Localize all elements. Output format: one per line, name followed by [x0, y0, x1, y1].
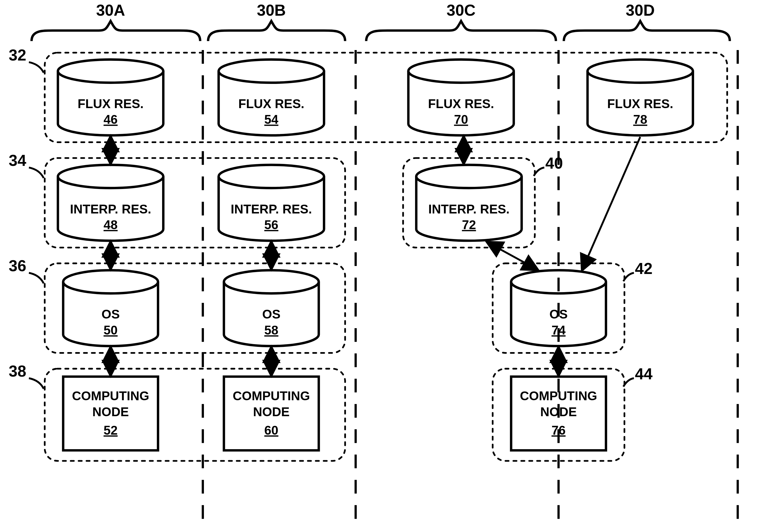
node-78-cyl: FLUX RES. 78	[588, 60, 693, 135]
svg-text:NODE: NODE	[253, 405, 290, 419]
svg-text:OS: OS	[262, 307, 281, 321]
svg-text:74: 74	[551, 323, 566, 337]
svg-text:FLUX RES.: FLUX RES.	[238, 96, 304, 111]
svg-text:38: 38	[9, 362, 26, 380]
svg-text:NODE: NODE	[92, 405, 129, 419]
svg-text:36: 36	[9, 257, 26, 275]
row-label-32: 32	[9, 46, 44, 72]
row-label-34: 34	[9, 152, 44, 178]
svg-point-20	[588, 60, 693, 82]
node-52-box: COMPUTING NODE 52	[63, 377, 158, 450]
svg-text:COMPUTING: COMPUTING	[72, 389, 149, 403]
svg-text:32: 32	[9, 46, 26, 64]
arrow-78-74	[582, 137, 641, 270]
col-a-header: 30A	[32, 1, 200, 41]
row-label-36: 36	[9, 257, 44, 283]
side-label-44: 44	[623, 365, 653, 387]
svg-point-35	[224, 270, 319, 293]
svg-text:30A: 30A	[96, 1, 125, 19]
svg-point-11	[58, 60, 163, 82]
svg-text:72: 72	[462, 217, 476, 232]
svg-text:34: 34	[9, 152, 26, 169]
row-label-38: 38	[9, 362, 44, 389]
svg-text:56: 56	[264, 217, 278, 232]
svg-text:NODE: NODE	[540, 405, 577, 419]
svg-text:INTERP. RES.: INTERP. RES.	[231, 202, 312, 216]
svg-text:INTERP. RES.: INTERP. RES.	[428, 202, 509, 216]
col-c-header: 30C	[366, 1, 556, 41]
node-60-box: COMPUTING NODE 60	[224, 377, 319, 450]
svg-text:48: 48	[103, 217, 117, 232]
svg-point-14	[219, 60, 324, 82]
svg-text:FLUX RES.: FLUX RES.	[428, 96, 494, 111]
svg-text:78: 78	[633, 112, 647, 127]
node-48-cyl: INTERP. RES. 48	[58, 165, 163, 241]
svg-text:OS: OS	[549, 307, 567, 321]
row-36-group	[45, 263, 345, 353]
svg-text:54: 54	[264, 112, 279, 127]
svg-text:COMPUTING: COMPUTING	[233, 389, 310, 403]
svg-text:30B: 30B	[257, 1, 286, 19]
svg-text:30C: 30C	[447, 1, 476, 19]
side-label-42: 42	[623, 260, 653, 281]
svg-text:FLUX RES.: FLUX RES.	[607, 96, 673, 111]
svg-text:42: 42	[635, 260, 653, 277]
svg-text:60: 60	[264, 423, 278, 437]
svg-point-26	[219, 165, 324, 188]
svg-point-23	[58, 165, 163, 188]
node-46-cyl: FLUX RES. 46	[58, 60, 163, 135]
node-72-cyl: INTERP. RES. 72	[416, 165, 521, 241]
svg-text:70: 70	[454, 112, 468, 127]
svg-text:30D: 30D	[626, 1, 655, 19]
svg-point-29	[416, 165, 521, 188]
col-b-header: 30B	[208, 1, 345, 41]
svg-text:76: 76	[551, 423, 566, 437]
col-d-header: 30D	[564, 1, 730, 41]
svg-text:COMPUTING: COMPUTING	[520, 389, 597, 403]
svg-point-32	[63, 270, 158, 293]
svg-text:52: 52	[103, 423, 117, 437]
node-70-cyl: FLUX RES. 70	[408, 60, 514, 135]
svg-text:FLUX RES.: FLUX RES.	[78, 96, 144, 111]
svg-text:OS: OS	[101, 307, 120, 321]
svg-text:44: 44	[635, 365, 653, 383]
node-56-cyl: INTERP. RES. 56	[219, 165, 324, 241]
svg-text:40: 40	[545, 154, 563, 172]
arrow-72-74	[487, 242, 537, 270]
svg-text:INTERP. RES.: INTERP. RES.	[70, 202, 151, 216]
diagram-root: 30A 30B 30C 30D 32 34 36 38	[0, 0, 764, 532]
svg-point-17	[408, 60, 514, 82]
svg-text:58: 58	[264, 323, 278, 337]
node-54-cyl: FLUX RES. 54	[219, 60, 324, 135]
svg-text:50: 50	[103, 323, 117, 337]
svg-text:46: 46	[103, 112, 117, 127]
node-58-cyl: OS 58	[224, 270, 319, 346]
node-50-cyl: OS 50	[63, 270, 158, 346]
side-label-40: 40	[534, 154, 563, 176]
row-38-group	[45, 369, 345, 461]
